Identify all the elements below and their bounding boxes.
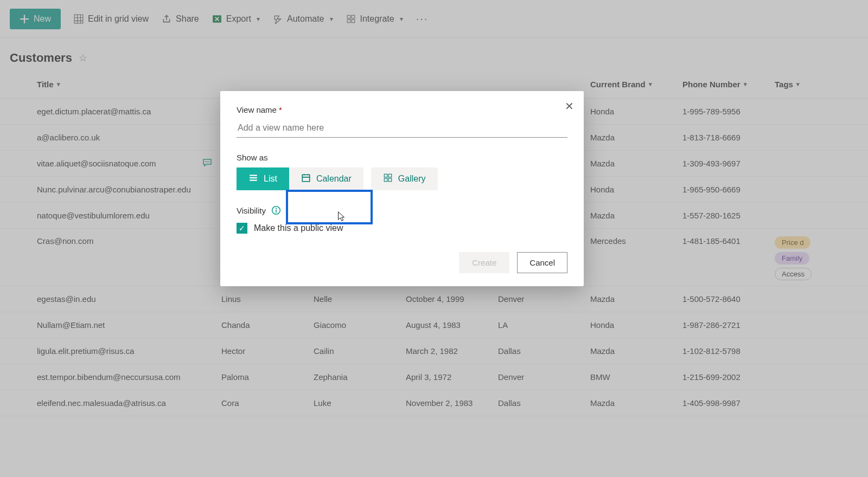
- svg-rect-11: [388, 174, 392, 177]
- visibility-label: Visibility: [237, 206, 266, 215]
- create-view-dialog: ✕ View name* Show as List Calendar Galle…: [220, 91, 584, 286]
- show-as-list[interactable]: List: [237, 167, 289, 190]
- svg-point-15: [276, 208, 277, 209]
- create-button[interactable]: Create: [459, 252, 509, 273]
- calendar-icon: [301, 173, 311, 185]
- close-button[interactable]: ✕: [565, 100, 574, 113]
- svg-rect-9: [302, 175, 310, 181]
- view-name-input[interactable]: [237, 120, 567, 138]
- required-indicator: *: [279, 105, 282, 114]
- svg-rect-12: [384, 178, 387, 182]
- modal-overlay: ✕ View name* Show as List Calendar Galle…: [0, 0, 868, 477]
- show-as-options: List Calendar Gallery: [237, 167, 567, 190]
- svg-rect-13: [388, 178, 392, 182]
- info-icon[interactable]: [271, 205, 281, 215]
- svg-rect-16: [276, 210, 277, 213]
- show-as-calendar[interactable]: Calendar: [289, 167, 363, 190]
- gallery-icon: [383, 173, 393, 185]
- public-view-label: Make this a public view: [254, 223, 343, 233]
- public-view-checkbox[interactable]: ✓: [237, 223, 247, 234]
- show-as-label: Show as: [237, 153, 567, 162]
- show-as-gallery[interactable]: Gallery: [371, 167, 438, 190]
- cancel-button[interactable]: Cancel: [517, 252, 567, 273]
- view-name-label: View name*: [237, 105, 567, 114]
- list-icon: [248, 173, 258, 185]
- svg-rect-10: [384, 174, 387, 177]
